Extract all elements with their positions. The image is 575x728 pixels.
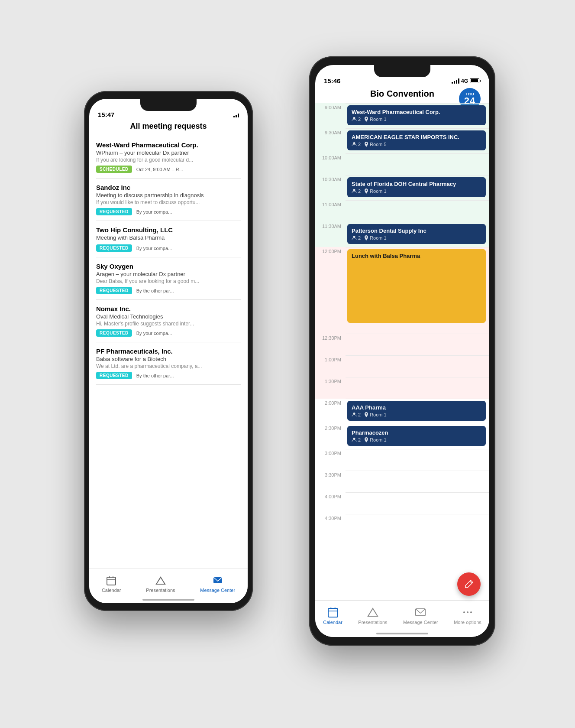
time-front: 15:46 — [324, 77, 340, 84]
meeting-desc-1: If you are looking for a good molecular … — [96, 157, 241, 163]
event-people-west-ward: 2 — [352, 117, 361, 122]
meeting-date-6: By the other par... — [136, 373, 174, 378]
event-lunch[interactable]: Lunch with Balsa Pharma — [347, 249, 486, 323]
svg-rect-3 — [113, 576, 113, 578]
meeting-item-1[interactable]: West-Ward Pharmaceutical Corp. WPharm – … — [96, 136, 241, 179]
time-label-930: 9:30AM — [315, 128, 346, 135]
slot-content-400 — [346, 492, 489, 514]
event-florida-doh[interactable]: State of Florida DOH Central Pharmacy 2 … — [347, 177, 486, 197]
calendar-header: Bio Convention THU 24 — [315, 86, 489, 103]
event-room-pharmacozen: Room 1 — [364, 437, 387, 442]
nav-calendar-back[interactable]: Calendar — [102, 575, 121, 593]
event-title-pharmacozen: Pharmacozen — [352, 429, 481, 436]
battery-icon-front — [470, 78, 481, 83]
event-pharmacozen[interactable]: Pharmacozen 2 Room 1 — [347, 426, 486, 446]
slot-content-1000 — [346, 153, 489, 175]
meeting-footer-1: SCHEDULED Oct 24, 9:00 AM – R... — [96, 166, 241, 173]
slot-1130: 11:30AM Patterson Dental Supply Inc 2 — [315, 222, 489, 247]
fab-edit[interactable] — [457, 572, 481, 596]
meeting-footer-4: REQUESTED By the other par... — [96, 287, 241, 294]
slot-1200: 12:00PM Lunch with Balsa Pharma — [315, 247, 489, 334]
time-label-430: 4:30PM — [315, 514, 346, 521]
meeting-desc-2: If you would like to meet to discuss opp… — [96, 199, 241, 205]
nav-more-front[interactable]: More options — [454, 607, 481, 625]
meeting-item-3[interactable]: Two Hip Consulting, LLC Meeting with Bal… — [96, 221, 241, 257]
badge-requested-4: REQUESTED — [96, 287, 132, 294]
event-patterson[interactable]: Patterson Dental Supply Inc 2 Room 1 — [347, 224, 486, 244]
presentations-icon-front — [367, 607, 378, 618]
slot-content-1100 — [346, 200, 489, 222]
svg-point-8 — [353, 189, 355, 191]
badge-requested-3: REQUESTED — [96, 244, 132, 252]
slot-130: 1:30PM — [315, 377, 489, 399]
meeting-item-2[interactable]: Sandoz Inc Meeting to discuss partnershi… — [96, 179, 241, 221]
time-label-1130: 11:30AM — [315, 222, 346, 229]
event-american-eagle[interactable]: AMERICAN EAGLE STAR IMPORTS INC. 2 Room … — [347, 130, 486, 150]
timeline[interactable]: 9:00AM West-Ward Pharmaceutical Corp. 2 — [315, 103, 489, 600]
event-people-florida-doh: 2 — [352, 188, 361, 194]
slot-content-1200: Lunch with Balsa Pharma — [346, 247, 489, 334]
messages-icon-back — [212, 575, 223, 586]
slot-930: 9:30AM AMERICAN EAGLE STAR IMPORTS INC. … — [315, 128, 489, 153]
meeting-date-4: By the other par... — [136, 288, 174, 293]
bottom-nav-back: Calendar Presentations — [89, 569, 248, 603]
messages-icon-front — [415, 607, 426, 618]
time-back: 15:47 — [98, 111, 114, 118]
time-label-400: 4:00PM — [315, 492, 346, 499]
meeting-date-2: By your compa... — [136, 209, 172, 214]
nav-messages-front[interactable]: Message Center — [403, 607, 438, 625]
slot-content-1030: State of Florida DOH Central Pharmacy 2 … — [346, 175, 489, 200]
nav-presentations-front[interactable]: Presentations — [358, 607, 387, 625]
scene: 15:47 All meeting requests West-Ward Pha… — [71, 39, 504, 689]
nav-label-messages-back: Message Center — [200, 588, 235, 593]
slot-content-330 — [346, 471, 489, 492]
meeting-date-3: By your compa... — [136, 246, 172, 251]
slot-1030: 10:30AM State of Florida DOH Central Pha… — [315, 175, 489, 200]
slot-content-1230 — [346, 334, 489, 355]
time-label-300: 3:00PM — [315, 449, 346, 456]
svg-marker-16 — [368, 608, 378, 616]
event-people-patterson: 2 — [352, 235, 361, 240]
nav-label-calendar-back: Calendar — [102, 588, 121, 593]
slot-1000: 10:00AM — [315, 153, 489, 175]
meeting-subtitle-2: Meeting to discuss partnership in diagno… — [96, 192, 241, 198]
meeting-footer-2: REQUESTED By your compa... — [96, 208, 241, 215]
nav-presentations-back[interactable]: Presentations — [146, 575, 175, 593]
meeting-item-5[interactable]: Nomax Inc. Oval Medical Technologies Hi,… — [96, 300, 241, 342]
nav-label-presentations-back: Presentations — [146, 588, 175, 593]
event-people-american-eagle: 2 — [352, 142, 361, 147]
status-icons-back — [233, 112, 239, 117]
time-label-900: 9:00AM — [315, 103, 346, 110]
event-meta-west-ward: 2 Room 1 — [352, 117, 481, 122]
meeting-item-6[interactable]: PF Pharmaceuticals, Inc. Balsa software … — [96, 342, 241, 385]
nav-messages-back[interactable]: Message Center — [200, 575, 235, 593]
nav-label-messages-front: Message Center — [403, 620, 438, 625]
nav-label-presentations-front: Presentations — [358, 620, 387, 625]
meeting-item-4[interactable]: Sky Oxygen Aragen – your molecular Dx pa… — [96, 257, 241, 300]
front-content: 15:46 4G Bio Convention — [315, 65, 489, 637]
slot-content-430 — [346, 514, 489, 536]
status-icons-front: 4G — [452, 78, 481, 84]
meeting-date-1: Oct 24, 9:00 AM – R... — [136, 167, 183, 172]
svg-rect-0 — [107, 577, 116, 585]
event-room-florida-doh: Room 1 — [364, 188, 387, 194]
svg-point-9 — [353, 236, 355, 238]
event-west-ward[interactable]: West-Ward Pharmaceutical Corp. 2 Room 1 — [347, 105, 486, 125]
meeting-subtitle-6: Balsa software for a Biotech — [96, 356, 241, 362]
slot-900: 9:00AM West-Ward Pharmaceutical Corp. 2 — [315, 103, 489, 128]
nav-calendar-front[interactable]: Calendar — [323, 607, 342, 625]
phone-back: 15:47 All meeting requests West-Ward Pha… — [84, 91, 253, 611]
time-label-100: 1:00PM — [315, 355, 346, 362]
phone-front-screen: 15:46 4G Bio Convention — [315, 65, 489, 637]
event-aaa-pharma[interactable]: AAA Pharma 2 Room 1 — [347, 401, 486, 421]
svg-marker-4 — [156, 577, 165, 584]
slot-1230: 12:30PM — [315, 334, 489, 355]
event-title-west-ward: West-Ward Pharmaceutical Corp. — [352, 109, 481, 115]
slot-430: 4:30PM — [315, 514, 489, 536]
svg-point-11 — [353, 438, 355, 440]
event-room-patterson: Room 1 — [364, 235, 387, 240]
phone-front: 15:46 4G Bio Convention — [309, 56, 495, 646]
svg-rect-12 — [328, 608, 338, 617]
home-indicator-front — [376, 633, 428, 634]
slot-content-1130: Patterson Dental Supply Inc 2 Room 1 — [346, 222, 489, 247]
